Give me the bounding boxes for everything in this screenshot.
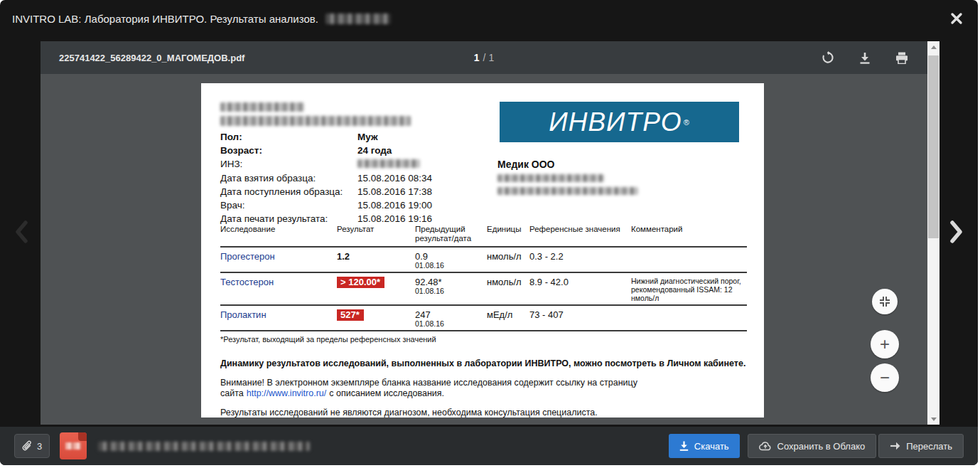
redacted-patient-name <box>220 102 304 112</box>
col-header: Результат <box>337 225 415 243</box>
toolbar-actions <box>821 50 909 65</box>
patient-info: Пол: Муж Возраст: 24 года ИНЗ: Дата взят… <box>220 130 432 225</box>
patient-value: 15.08.2016 08:34 <box>357 171 432 185</box>
col-header: Предыдущий результат/дата <box>415 225 487 243</box>
previous-attachment-button[interactable] <box>14 220 31 245</box>
previous-value: 92.48* <box>415 277 442 287</box>
patient-label: Пол: <box>220 130 357 144</box>
analyte-link[interactable]: Пролактин <box>220 309 266 320</box>
rotate-button[interactable] <box>821 50 835 65</box>
pdf-viewer: 225741422_56289422_0_МАГОМЕДОВ.pdf 1/ 1 <box>41 41 939 425</box>
attachment-viewer-modal: INVITRO LAB: Лаборатория ИНВИТРО. Резуль… <box>0 0 978 465</box>
units: нмоль/л <box>487 251 529 270</box>
close-icon <box>950 12 963 25</box>
next-attachment-button[interactable] <box>949 220 966 245</box>
forward-label: Переслать <box>906 441 952 452</box>
forward-button[interactable]: Переслать <box>878 434 964 458</box>
zoom-in-button[interactable]: + <box>871 330 899 358</box>
patient-value: 15.08.2016 17:38 <box>357 185 432 198</box>
comment: Нижний диагностический порог, рекомендов… <box>631 277 747 302</box>
table-row: Тестостерон > 120.00* 92.48* 01.08.16 нм… <box>220 273 747 306</box>
patient-value: 15.08.2016 19:00 <box>357 198 432 212</box>
pdf-attachment-thumbnail[interactable] <box>60 432 87 459</box>
col-header: Исследование <box>220 225 337 243</box>
forward-arrow-icon <box>890 442 900 450</box>
previous-result: 0.9 01.08.16 <box>415 251 487 270</box>
page-current: 1 <box>474 52 480 63</box>
viewer-scrollbar[interactable] <box>927 41 939 425</box>
logo-reg-mark: ® <box>684 118 690 127</box>
page-indicator: 1/ 1 <box>474 52 494 63</box>
download-label: Скачать <box>694 441 729 452</box>
download-file-button[interactable] <box>858 50 872 65</box>
patient-value-redacted <box>357 157 432 171</box>
scrollbar-thumb[interactable] <box>928 55 939 238</box>
print-button[interactable] <box>895 50 909 65</box>
results-report: Исследование Результат Предыдущий резуль… <box>220 225 747 418</box>
download-icon <box>859 52 871 64</box>
patient-label: Дата печати результата: <box>220 212 357 225</box>
patient-value: 24 года <box>357 144 432 157</box>
save-to-cloud-button[interactable]: Сохранить в Облако <box>748 434 877 458</box>
invitro-site-link[interactable]: http://www.invitro.ru/ <box>247 388 327 398</box>
redacted-thumb-label <box>65 442 81 450</box>
previous-date: 01.08.16 <box>415 287 487 295</box>
patient-label: Дата поступления образца: <box>220 185 357 198</box>
scroll-down-icon <box>931 418 937 421</box>
chevron-left-icon <box>14 220 29 243</box>
results-table-header: Исследование Результат Предыдущий резуль… <box>220 225 747 248</box>
units: нмоль/л <box>487 277 529 302</box>
result-value-2: 527* <box>337 309 364 321</box>
col-header: Референсные значения <box>529 225 631 243</box>
units: мЕд/л <box>487 309 529 328</box>
attachments-count-button[interactable]: 3 <box>14 434 50 458</box>
pdf-canvas: ИНВИТРО® Пол: Муж Возраст: 24 года ИНЗ: … <box>41 74 927 425</box>
analyte-link[interactable]: Тестостерон <box>220 277 274 287</box>
comment <box>631 251 747 270</box>
reference-range: 0.3 - 2.2 <box>529 251 631 270</box>
zoom-out-button[interactable]: − <box>871 363 899 392</box>
disclaimer-note: Результаты исследований не являются диаг… <box>220 408 747 418</box>
attention-text-after: с описанием исследования. <box>329 388 444 398</box>
redacted-patient-line2 <box>220 116 411 126</box>
invitro-logo: ИНВИТРО® <box>500 102 739 142</box>
previous-result: 247 01.08.16 <box>415 309 487 328</box>
attention-note: Внимание! В электронном экземпляре бланк… <box>220 378 722 399</box>
download-button[interactable]: Скачать <box>669 434 740 458</box>
close-button[interactable] <box>948 10 965 27</box>
viewer-title: INVITRO LAB: Лаборатория ИНВИТРО. Резуль… <box>12 13 391 25</box>
redacted-subject-text <box>325 14 391 24</box>
viewer-title-text: INVITRO LAB: Лаборатория ИНВИТРО. Резуль… <box>12 13 318 25</box>
invitro-logo-text: ИНВИТРО <box>549 107 682 137</box>
file-fold-corner <box>78 432 87 441</box>
scrollbar-down-button[interactable] <box>927 413 939 425</box>
zoom-in-label: + <box>880 334 890 354</box>
redacted-clinic-line2 <box>497 187 638 195</box>
comment <box>631 309 747 328</box>
pdf-toolbar: 225741422_56289422_0_МАГОМЕДОВ.pdf 1/ 1 <box>41 41 927 74</box>
zoom-out-label: − <box>880 368 890 388</box>
download-icon <box>679 441 689 451</box>
result-value-1: > 120.00* <box>337 277 384 288</box>
patient-label: Дата взятия образца: <box>220 171 357 185</box>
scrollbar-up-button[interactable] <box>927 41 939 53</box>
previous-value: 0.9 <box>415 251 428 262</box>
previous-result: 92.48* 01.08.16 <box>415 277 487 302</box>
analyte-link[interactable]: Прогестерон <box>220 251 275 262</box>
patient-value: 15.08.2016 19:16 <box>357 212 432 225</box>
fit-to-screen-icon <box>879 296 890 307</box>
pdf-filename: 225741422_56289422_0_МАГОМЕДОВ.pdf <box>59 53 244 63</box>
previous-value: 247 <box>415 309 431 320</box>
pdf-viewer-main: 225741422_56289422_0_МАГОМЕДОВ.pdf 1/ 1 <box>41 41 927 425</box>
fit-to-screen-button[interactable] <box>872 289 898 314</box>
bottombar: 3 Скачать Сохранить в Облако <box>0 427 978 465</box>
patient-label: ИНЗ: <box>220 157 357 171</box>
patient-value: Муж <box>357 130 432 144</box>
redacted-clinic-line1 <box>497 174 604 182</box>
col-header: Единицы <box>487 225 529 243</box>
col-header: Комментарий <box>631 225 747 243</box>
dynamics-note: Динамику результатов исследований, выпол… <box>220 358 747 368</box>
save-to-cloud-label: Сохранить в Облако <box>777 441 866 452</box>
rotate-icon <box>822 51 834 64</box>
paperclip-icon <box>22 440 33 452</box>
